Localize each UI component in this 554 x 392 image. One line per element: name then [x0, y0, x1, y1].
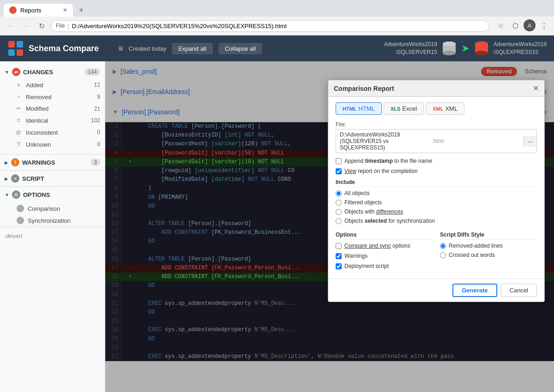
deployment-row: Deployment script — [336, 263, 433, 269]
removed-count: 9 — [97, 94, 100, 100]
sidebar-item-identical[interactable]: = Identical 102 — [0, 114, 105, 126]
sidebar-item-synchronization[interactable]: Synchronization — [0, 214, 105, 226]
options-icon: ⚙ — [12, 190, 20, 199]
excel-tab-icon: XLS — [391, 106, 400, 112]
comparison-report-modal: Comparison Report ✕ HTML HTML XLS Excel — [328, 80, 545, 302]
devart-logo: devart — [0, 226, 105, 245]
compare-sync-checkbox[interactable] — [336, 243, 342, 249]
address-bar-container[interactable]: File | — [51, 20, 489, 32]
app-header: Schema Compare ≡ Created today Expand al… — [0, 36, 554, 61]
view-report-checkbox[interactable] — [336, 168, 342, 174]
extensions-button[interactable]: ⬡ — [509, 19, 522, 32]
file-browse-button[interactable]: ··· — [524, 136, 536, 147]
added-count: 12 — [94, 82, 100, 88]
options-section-label: Options — [336, 232, 433, 240]
logo-icon — [7, 40, 24, 57]
file-input-row: File: D:\AdventureWorks2019 (SQLSERVER15… — [336, 121, 537, 153]
svg-rect-2 — [8, 49, 15, 56]
svg-rect-1 — [17, 41, 23, 48]
address-secure-label: File — [56, 23, 65, 29]
address-input[interactable] — [72, 23, 484, 30]
options-columns: Options Compare and sync options Warning… — [336, 227, 537, 273]
compare-sync-row: Compare and sync options — [336, 243, 433, 249]
warnings-arrow-icon: ▶ — [5, 160, 8, 165]
crossed-out-label: Crossed out words — [449, 252, 495, 258]
warnings-section-label: WARNINGS — [22, 159, 88, 166]
changes-count: 144 — [84, 68, 100, 76]
sidebar-item-removed[interactable]: − Removed 9 — [0, 91, 105, 103]
expand-all-button[interactable]: Expand all — [172, 43, 213, 54]
include-all-radio[interactable] — [336, 190, 342, 196]
script-section-header[interactable]: ▶ ≡ SCRIPT — [0, 170, 105, 186]
include-all-label: All objects — [344, 190, 370, 196]
format-tab-xml[interactable]: XML XML — [426, 102, 464, 115]
format-tab-html[interactable]: HTML HTML — [336, 102, 382, 115]
script-diffs-label: Script Diffs Style — [440, 232, 537, 240]
sidebar-item-modified[interactable]: ✏ Modified 21 — [0, 103, 105, 114]
comparison-label: Comparison — [28, 205, 100, 212]
append-timestamp-checkbox[interactable] — [336, 158, 342, 164]
tab-close-btn[interactable]: ✕ — [63, 7, 67, 13]
added-icon: + — [15, 81, 22, 89]
removed-added-radio[interactable] — [440, 243, 446, 249]
modal-footer: Generate Cancel — [328, 279, 544, 302]
bookmarks-button[interactable]: ☆ — [494, 19, 507, 32]
script-icon: ≡ — [11, 174, 19, 183]
warnings-section-header[interactable]: ▶ ! WARNINGS 3 — [0, 154, 105, 170]
toolbar-menu-btn[interactable]: ≡ — [118, 44, 123, 53]
script-diffs-column: Script Diffs Style Removed-added lines C… — [440, 227, 537, 273]
inconsistent-icon: ⊘ — [15, 129, 22, 136]
browser-tab[interactable]: Reports ✕ — [4, 4, 73, 17]
sidebar-item-added[interactable]: + Added 12 — [0, 79, 105, 91]
deployment-checkbox[interactable] — [336, 263, 342, 269]
script-section-label: SCRIPT — [22, 175, 100, 182]
tab-title: Reports — [20, 7, 42, 14]
changes-section-label: CHANGES — [23, 69, 82, 76]
svg-rect-0 — [8, 41, 15, 48]
format-tab-excel[interactable]: XLS Excel — [384, 102, 424, 115]
identical-count: 102 — [91, 117, 100, 124]
address-separator: | — [67, 23, 69, 30]
app-title: Schema Compare — [29, 44, 99, 53]
removed-added-label: Removed-added lines — [449, 243, 503, 249]
new-tab-button[interactable]: + — [75, 4, 88, 17]
cancel-button[interactable]: Cancel — [501, 284, 537, 297]
generate-button[interactable]: Generate — [452, 284, 497, 297]
file-input-container: D:\AdventureWorks2019 (SQLSERVER15 vs SQ… — [336, 129, 537, 153]
unknown-label: Unknown — [26, 141, 93, 148]
format-tabs: HTML HTML XLS Excel XML XML — [336, 102, 537, 115]
modal-close-button[interactable]: ✕ — [533, 84, 539, 93]
comparison-sub-icon — [17, 205, 24, 212]
reload-button[interactable]: ↻ — [35, 19, 48, 32]
view-report-row: View report on the completion — [336, 168, 537, 174]
warnings-option-checkbox[interactable] — [336, 253, 342, 259]
include-selected-row: Objects selected for synchronization — [336, 218, 537, 224]
sidebar-item-inconsistent[interactable]: ⊘ Inconsistent 0 — [0, 126, 105, 138]
include-diffs-radio[interactable] — [336, 209, 342, 215]
include-diffs-row: Objects with differences — [336, 208, 537, 215]
collapse-all-button[interactable]: Collapse all — [218, 43, 262, 54]
html-tab-label: HTML — [359, 105, 375, 112]
content-area: ▶ [Sales_prod] Removed Schema ▶ [Person]… — [105, 61, 554, 392]
include-selected-radio[interactable] — [336, 218, 342, 224]
avatar-button[interactable]: A — [524, 19, 536, 31]
changes-section-header[interactable]: ▼ ⇄ CHANGES 144 — [0, 65, 105, 79]
sidebar-item-comparison[interactable]: Comparison — [0, 202, 105, 214]
include-filtered-radio[interactable] — [336, 200, 342, 206]
menu-button[interactable]: ⋮ — [537, 19, 550, 32]
svg-point-11 — [475, 42, 488, 46]
crossed-out-radio[interactable] — [440, 252, 446, 258]
file-path-value: D:\AdventureWorks2019 (SQLSERVER15 vs SQ… — [336, 130, 432, 153]
xml-tab-icon: XML — [433, 106, 443, 112]
deployment-label: Deployment script — [344, 263, 389, 269]
forward-button: → — [19, 19, 32, 32]
options-section-header[interactable]: ▼ ⚙ OPTIONS — [0, 186, 105, 202]
include-selected-label: Objects selected for synchronization — [344, 218, 435, 224]
source-db-info: AdventureWorks2019 \SQLSERVER15 — [384, 41, 437, 56]
target-db-info: AdventureWorks2019 \SQLEXPRESS15 — [494, 41, 547, 56]
added-label: Added — [26, 82, 90, 89]
sidebar-item-unknown[interactable]: ? Unknown 0 — [0, 138, 105, 150]
modified-icon: ✏ — [15, 106, 22, 112]
synchronization-sub-icon — [17, 217, 24, 224]
header-toolbar: ≡ Created today Expand all Collapse all … — [114, 40, 547, 57]
